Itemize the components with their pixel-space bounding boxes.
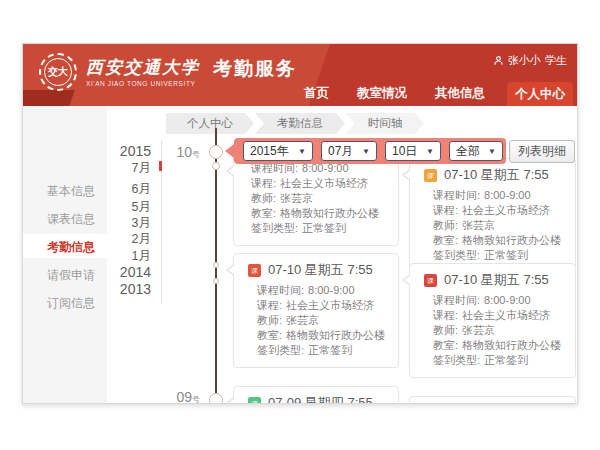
- sidebar-item-attendance-info[interactable]: 考勤信息: [47, 239, 95, 256]
- field-value: 社会主义市场经济: [462, 308, 550, 323]
- filter-bar: 2015年 ▼ 07月 ▼ 10日 ▼ 全部 ▼: [234, 138, 506, 164]
- list-detail-button[interactable]: 列表明细: [509, 140, 575, 163]
- month-dropdown[interactable]: 07月 ▼: [321, 141, 377, 161]
- day-dropdown-value: 10日: [392, 143, 417, 160]
- period-2013[interactable]: 2013: [107, 281, 159, 297]
- sidebar-item-schedule-info[interactable]: 课表信息: [47, 211, 95, 228]
- card-header: 07-10 星期五 7:55: [268, 261, 373, 279]
- month-dropdown-value: 07月: [328, 143, 353, 160]
- timeline-node-day09: [209, 393, 223, 404]
- field-value: 张芸京: [280, 191, 313, 206]
- field-value: 正常签到: [302, 221, 346, 236]
- user-account[interactable]: 张小小 学生: [493, 53, 567, 68]
- field-value: 正常签到: [484, 248, 528, 263]
- period-june[interactable]: 6月: [107, 181, 159, 198]
- day-marker-09: 09号: [166, 389, 200, 404]
- field-label: 课程时间:: [433, 188, 480, 203]
- attendance-card-row3-left[interactable]: 课07-09 星期四 7:55: [233, 386, 399, 404]
- type-dropdown[interactable]: 全部 ▼: [449, 141, 503, 161]
- field-label: 课程:: [433, 308, 458, 323]
- timeline-node-dot2: [213, 278, 219, 284]
- field-label: 教室:: [433, 233, 458, 248]
- card-arrow-inner: [404, 170, 411, 180]
- nav-other-info[interactable]: 其他信息: [421, 82, 499, 106]
- timeline-node-day10: [209, 145, 223, 159]
- chevron-down-icon: ▼: [298, 147, 306, 156]
- field-value: 正常签到: [484, 353, 528, 368]
- period-february[interactable]: 2月: [107, 231, 159, 248]
- attendance-card-row1-right[interactable]: 课07-10 星期五 7:55 课程时间:8:00-9:00 课程:社会主义市场…: [409, 158, 576, 273]
- field-value: 社会主义市场经济: [286, 298, 374, 313]
- nav-classrooms[interactable]: 教室情况: [343, 82, 421, 106]
- field-label: 教室:: [433, 338, 458, 353]
- sidebar-item-basic-info[interactable]: 基本信息: [47, 183, 95, 200]
- field-label: 课程:: [433, 203, 458, 218]
- nav-personal-center-active-tab[interactable]: 个人中心: [507, 82, 573, 106]
- breadcrumb-timeline[interactable]: 时间轴: [346, 113, 424, 134]
- chevron-down-icon: ▼: [362, 147, 370, 156]
- sidebar-item-leave-request[interactable]: 请假申请: [47, 267, 95, 284]
- field-label: 教师:: [433, 323, 458, 338]
- attendance-card-row2-right[interactable]: 课07-10 星期五 7:55 课程时间:8:00-9:00 课程:社会主义市场…: [409, 263, 576, 378]
- period-2015[interactable]: 2015: [107, 143, 159, 159]
- page-title: 考勤服务: [213, 56, 297, 82]
- attendance-card-row3-right[interactable]: [409, 396, 576, 404]
- field-value: 格物致知行政办公楼: [280, 206, 379, 221]
- field-value: 张芸京: [462, 218, 495, 233]
- header-corner-wedge: [23, 90, 75, 106]
- sidebar: 基本信息 课表信息 考勤信息 请假申请 订阅信息: [23, 106, 107, 403]
- status-icon: 课: [424, 274, 437, 287]
- field-value: 8:00-9:00: [484, 188, 530, 203]
- field-label: 教师:: [433, 218, 458, 233]
- university-name-cn: 西安交通大学: [86, 58, 200, 78]
- field-value: 8:00-9:00: [484, 293, 530, 308]
- user-name: 张小小: [508, 53, 541, 68]
- nav-home[interactable]: 首页: [290, 82, 343, 106]
- field-value: 格物致知行政办公楼: [462, 233, 561, 248]
- attendance-card-row2-left[interactable]: 课07-10 星期五 7:55 课程时间:8:00-9:00 课程:社会主义市场…: [233, 253, 399, 368]
- field-label: 教室:: [251, 206, 276, 221]
- field-label: 教师:: [257, 313, 282, 328]
- period-march[interactable]: 3月: [107, 215, 159, 232]
- card-arrow-inner: [404, 275, 411, 285]
- field-label: 教师:: [251, 191, 276, 206]
- field-value: 正常签到: [308, 343, 352, 358]
- field-label: 签到类型:: [257, 343, 304, 358]
- day-dropdown[interactable]: 10日 ▼: [385, 141, 441, 161]
- screenshot-stage: 交大 西安交通大学 XI'AN JIAO TONG UNIVERSITY 考勤服…: [0, 0, 600, 450]
- app-window: 交大 西安交通大学 XI'AN JIAO TONG UNIVERSITY 考勤服…: [22, 43, 578, 404]
- person-icon: [493, 55, 504, 66]
- breadcrumb-personal-center[interactable]: 个人中心: [166, 113, 254, 134]
- app-header: 交大 西安交通大学 XI'AN JIAO TONG UNIVERSITY 考勤服…: [23, 44, 577, 106]
- type-dropdown-value: 全部: [456, 143, 480, 160]
- field-label: 课程:: [251, 176, 276, 191]
- status-icon: 课: [248, 397, 261, 405]
- chevron-down-icon: ▼: [488, 147, 496, 156]
- card-header: 07-10 星期五 7:55: [444, 271, 549, 289]
- attendance-card-row1-left[interactable]: 课程时间:8:00-9:00 课程:社会主义市场经济 教师:张芸京 教室:格物致…: [233, 154, 399, 246]
- university-name-en: XI'AN JIAO TONG UNIVERSITY: [86, 80, 200, 87]
- card-arrow-inner: [228, 166, 235, 176]
- field-label: 签到类型:: [251, 221, 298, 236]
- card-arrow-inner: [228, 265, 235, 275]
- period-2014[interactable]: 2014: [107, 264, 159, 280]
- year-dropdown-value: 2015年: [250, 143, 289, 160]
- day-unit: 号: [192, 395, 200, 404]
- field-label: 课程:: [257, 298, 282, 313]
- period-january[interactable]: 1月: [107, 248, 159, 265]
- sidebar-item-subscription-info[interactable]: 订阅信息: [47, 295, 95, 312]
- brand-block: 交大 西安交通大学 XI'AN JIAO TONG UNIVERSITY 考勤服…: [39, 53, 297, 91]
- year-dropdown[interactable]: 2015年 ▼: [243, 141, 313, 161]
- field-value: 格物致知行政办公楼: [286, 328, 385, 343]
- day-number: 10: [176, 144, 192, 160]
- field-value: 社会主义市场经济: [462, 203, 550, 218]
- card-header: 07-09 星期四 7:55: [268, 394, 373, 404]
- field-label: 课程时间:: [433, 293, 480, 308]
- period-july-active[interactable]: 7月: [107, 160, 159, 177]
- period-may[interactable]: 5月: [107, 199, 159, 216]
- university-logo-inner: 交大: [44, 58, 72, 86]
- field-label: 签到类型:: [433, 353, 480, 368]
- day-marker-10: 10号: [166, 144, 200, 160]
- user-role: 学生: [545, 53, 567, 68]
- breadcrumb-attendance-info[interactable]: 考勤信息: [255, 113, 345, 134]
